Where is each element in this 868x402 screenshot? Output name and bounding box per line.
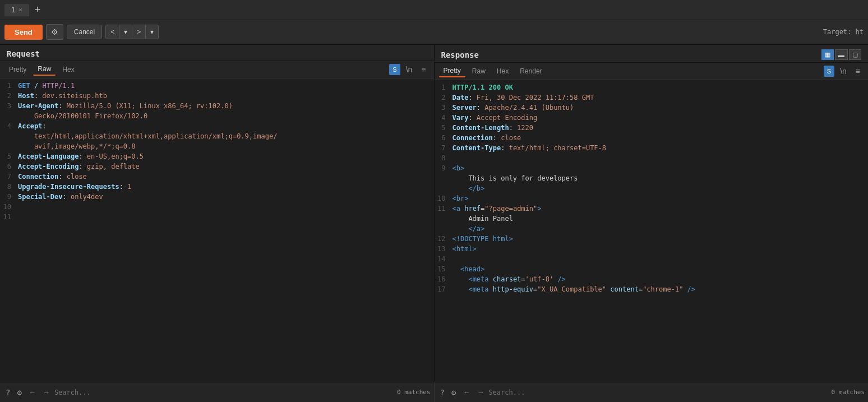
response-line-13: 11 <a href="?page=admin"> [435,204,869,214]
add-tab-button[interactable]: + [31,4,44,16]
request-tab-icons: S \n ≡ [389,64,429,75]
tab-response-hex[interactable]: Hex [492,66,513,77]
request-S-icon[interactable]: S [389,64,400,75]
toolbar: Send ⚙ Cancel < ▾ > ▾ Target: ht [0,20,868,45]
nav-fwd-dropdown[interactable]: ▾ [146,25,158,39]
send-button[interactable]: Send [4,25,43,40]
tab-request-raw[interactable]: Raw [33,63,56,76]
response-tabs: Pretty Raw Hex Render S \n ≡ [435,63,869,80]
response-line-3: 3 Server: Apache/2.4.41 (Ubuntu) [435,103,869,113]
request-ln-icon[interactable]: \n [403,64,416,75]
request-line-9: 9 Special-Dev: only4dev [0,192,434,202]
bottom-bar: ? ⚙ ← → 0 matches ? ⚙ ← → 0 matches [0,382,868,402]
nav-fwd-right[interactable]: → [474,387,486,398]
response-line-14: Admin Panel [435,214,869,224]
request-line-5: 5 Accept-Language: en-US,en;q=0.5 [0,151,434,161]
request-line-4: 4 Accept: [0,121,434,131]
response-code-area[interactable]: 1 HTTP/1.1 200 OK 2 Date: Fri, 30 Dec 20… [435,80,869,382]
response-header-row: Response ▦ ▬ ▢ [435,45,869,63]
nav-group: < ▾ > ▾ [105,25,159,39]
search-input-right[interactable] [488,389,829,396]
target-label: Target: ht [823,28,864,36]
response-tab-icons: S \n ≡ [824,66,864,77]
tab-1[interactable]: 1 × [4,4,29,16]
response-line-7: 7 Content-Type: text/html; charset=UTF-8 [435,143,869,153]
response-line-10: This is only for developers [435,173,869,183]
request-line-11: 11 [0,212,434,222]
request-title: Request [0,45,434,61]
tab-label: 1 [11,6,15,14]
request-code-area[interactable]: 1 GET / HTTP/1.1 2 Host: dev.siteisup.ht… [0,78,434,382]
help-icon-left[interactable]: ? [3,387,12,398]
request-line-2: 2 Host: dev.siteisup.htb [0,91,434,101]
view-table-icon[interactable]: ▬ [835,49,848,60]
search-input-left[interactable] [54,389,395,396]
panels: Request Pretty Raw Hex S \n ≡ 1 GET / HT… [0,45,868,382]
response-line-1: 1 HTTP/1.1 200 OK [435,82,869,93]
tab-response-raw[interactable]: Raw [468,66,490,77]
response-line-12: 10 <br> [435,193,869,204]
response-line-16: 12 <!DOCTYPE html> [435,234,869,244]
request-menu-icon[interactable]: ≡ [418,64,429,75]
response-line-2: 2 Date: Fri, 30 Dec 2022 11:17:58 GMT [435,93,869,103]
view-single-icon[interactable]: ▢ [849,49,861,60]
matches-count-left: 0 matches [397,389,431,396]
response-line-8: 8 [435,153,869,163]
request-line-8: 8 Upgrade-Insecure-Requests: 1 [0,182,434,192]
request-line-1: 1 GET / HTTP/1.1 [0,81,434,91]
response-line-15: </a> [435,224,869,234]
request-line-7: 7 Connection: close [0,172,434,182]
gear-icon-right[interactable]: ⚙ [449,387,458,398]
help-icon-right[interactable]: ? [438,387,447,398]
tab-request-pretty[interactable]: Pretty [4,64,31,75]
response-line-5: 5 Content-Length: 1220 [435,123,869,133]
response-line-6: 6 Connection: close [435,133,869,143]
bottom-right-section: ? ⚙ ← → 0 matches [435,382,869,402]
response-line-4: 4 Vary: Accept-Encoding [435,113,869,123]
response-line-21: 17 <meta http-equiv="X_UA_Compatible" co… [435,284,869,294]
request-line-6: 6 Accept-Encoding: gzip, deflate [0,161,434,172]
nav-back-dropdown[interactable]: ▾ [119,25,132,39]
response-line-20: 16 <meta charset='utf-8' /> [435,274,869,284]
view-icons: ▦ ▬ ▢ [821,49,861,60]
nav-back-left[interactable]: ← [26,387,38,398]
response-line-11: </b> [435,183,869,193]
bottom-left-section: ? ⚙ ← → 0 matches [0,382,435,402]
tab-bar: 1 × + [0,0,868,20]
settings-button[interactable]: ⚙ [46,24,63,40]
response-line-17: 13 <html> [435,244,869,254]
close-icon[interactable]: × [19,6,22,13]
response-S-icon[interactable]: S [824,66,834,77]
request-line-10: 10 [0,202,434,212]
matches-count-right: 0 matches [831,389,865,396]
tab-request-hex[interactable]: Hex [58,64,79,75]
cancel-button[interactable]: Cancel [67,25,102,39]
response-ln-icon[interactable]: \n [837,66,850,77]
view-split-icon[interactable]: ▦ [821,49,834,60]
request-line-3b: Gecko/20100101 Firefox/102.0 [0,111,434,121]
response-menu-icon[interactable]: ≡ [852,66,864,77]
request-panel: Request Pretty Raw Hex S \n ≡ 1 GET / HT… [0,45,435,382]
tab-response-pretty[interactable]: Pretty [439,65,465,77]
response-panel: Response ▦ ▬ ▢ Pretty Raw Hex Render S \… [435,45,869,382]
response-line-9: 9 <b> [435,163,869,173]
request-line-4b: text/html,application/xhtml+xml,applicat… [0,131,434,141]
nav-fwd-button[interactable]: > [132,25,146,39]
nav-back-button[interactable]: < [106,25,119,39]
response-line-19: 15 <head> [435,264,869,274]
nav-fwd-left[interactable]: → [40,387,52,398]
tab-response-render[interactable]: Render [515,66,546,77]
gear-icon-left[interactable]: ⚙ [15,387,24,398]
response-line-18: 14 [435,254,869,264]
nav-back-right[interactable]: ← [460,387,472,398]
request-tabs: Pretty Raw Hex S \n ≡ [0,61,434,78]
response-title: Response [441,50,479,59]
request-line-4c: avif,image/webp,*/*;q=0.8 [0,141,434,151]
request-line-3: 3 User-Agent: Mozilla/5.0 (X11; Linux x8… [0,101,434,111]
